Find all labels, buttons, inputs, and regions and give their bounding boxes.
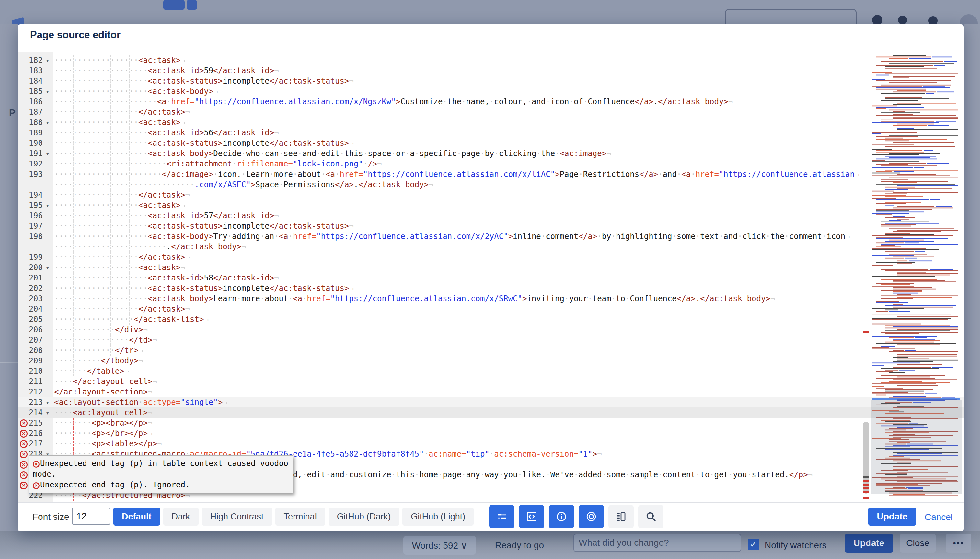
version-comment-input[interactable] — [573, 534, 741, 552]
line-number: 195 — [24, 200, 43, 210]
code-line-text: ························.</ac:task-body>… — [54, 241, 246, 252]
fold-arrow-icon[interactable]: ▾ — [46, 397, 53, 407]
search-button[interactable] — [638, 505, 664, 528]
code-line[interactable]: 186······················<a·href="https:… — [18, 96, 964, 107]
code-line[interactable]: 194··················</ac:task>¬ — [18, 190, 964, 200]
preview-button[interactable] — [579, 505, 604, 528]
indent-guides-button[interactable] — [489, 505, 515, 528]
more-options-button[interactable]: ••• — [946, 534, 971, 552]
code-line-text: ····················<ac:task-body>Learn·… — [54, 293, 775, 304]
editor-bottom-toolbar: Words: 592 ∨ Ready to go ✓ Notify watche… — [0, 531, 980, 559]
code-line[interactable]: ×215········<p><bra></p>¬ — [18, 418, 964, 428]
preview-icon — [586, 511, 597, 522]
fold-arrow-icon[interactable]: ▾ — [46, 200, 53, 210]
code-line[interactable]: 201····················<ac:task-id>58</a… — [18, 273, 964, 283]
code-line[interactable]: 208·············</tr>¬ — [18, 345, 964, 356]
fold-arrow-icon[interactable]: ▾ — [46, 117, 53, 127]
fold-arrow-icon[interactable]: ▾ — [46, 55, 53, 65]
word-count-dropdown[interactable]: Words: 592 ∨ — [403, 536, 476, 555]
page-close-button[interactable]: Close — [900, 534, 935, 552]
code-line[interactable]: ························.</ac:task-body>… — [18, 241, 964, 252]
code-line[interactable]: 184····················<ac:task-status>i… — [18, 76, 964, 86]
theme-button-github-dark[interactable]: GitHub (Dark) — [328, 508, 399, 526]
dimmed-dropdown-button — [187, 0, 197, 10]
minimap-toggle-icon — [616, 511, 627, 522]
theme-button-terminal[interactable]: Terminal — [275, 508, 325, 526]
dimmed-page-left: P — [0, 24, 18, 559]
code-line[interactable]: 203····················<ac:task-body>Lea… — [18, 293, 964, 304]
code-line[interactable]: ······························.com/x/ASE… — [18, 179, 964, 190]
minimap-viewport[interactable] — [871, 400, 962, 494]
line-number: 186 — [24, 96, 43, 107]
code-line[interactable]: 193·······················</ac:image>·ic… — [18, 169, 964, 179]
code-line[interactable]: 202····················<ac:task-status>i… — [18, 283, 964, 293]
code-line-text: ········<p></br></p>¬ — [54, 428, 152, 438]
theme-button-default[interactable]: Default — [113, 508, 160, 526]
code-line[interactable]: 189····················<ac:task-id>56</a… — [18, 127, 964, 138]
info-button[interactable] — [549, 505, 574, 528]
source-code-editor[interactable]: 182▾··················<ac:task>¬183·····… — [18, 52, 964, 503]
code-line[interactable]: 213▾<ac:layout-section·ac:type="single">… — [18, 397, 964, 407]
code-line-text: ··········</tbody>¬ — [54, 356, 143, 366]
line-number: 216 — [24, 428, 43, 438]
code-line[interactable]: 205·················</ac:task-list>¬ — [18, 314, 964, 324]
theme-button-github-light[interactable]: GitHub (Light) — [402, 508, 473, 526]
editor-scrollbar[interactable] — [863, 422, 869, 494]
code-line-text: ····················<ac:task-id>56</ac:t… — [54, 127, 279, 138]
code-line-text: ·············</tr>¬ — [54, 345, 143, 356]
line-number: 192 — [24, 159, 43, 169]
bell-icon — [898, 15, 907, 25]
fold-arrow-icon[interactable]: ▾ — [46, 86, 53, 96]
code-line[interactable]: 199··················</ac:task>¬ — [18, 252, 964, 262]
code-line[interactable]: 190····················<ac:task-status>i… — [18, 138, 964, 148]
dialog-footer: Font size DefaultDarkHigh ContrastTermin… — [18, 502, 964, 531]
source-cancel-button[interactable]: Cancel — [923, 512, 955, 523]
code-line[interactable]: 197····················<ac:task-status>i… — [18, 221, 964, 231]
theme-button-high-contrast[interactable]: High Contrast — [202, 508, 272, 526]
page-update-button[interactable]: Update — [845, 534, 893, 552]
code-line[interactable]: 182▾··················<ac:task>¬ — [18, 55, 964, 65]
code-line[interactable]: 188▾··················<ac:task>¬ — [18, 117, 964, 127]
theme-button-dark[interactable]: Dark — [163, 508, 199, 526]
line-number: 193 — [24, 169, 43, 179]
info-icon — [556, 511, 567, 522]
code-line[interactable]: 209··········</tbody>¬ — [18, 356, 964, 366]
line-number: 200 — [24, 262, 43, 273]
code-line[interactable]: 204··················</ac:task>¬ — [18, 304, 964, 314]
code-line[interactable]: 207················</td>¬ — [18, 335, 964, 345]
code-line[interactable]: 195▾··················<ac:task>¬ — [18, 200, 964, 210]
code-line[interactable]: 212</ac:layout-section>¬ — [18, 387, 964, 397]
code-line-text: ·······</table>¬ — [54, 366, 129, 376]
code-line[interactable]: 211····</ac:layout-cell>¬ — [18, 376, 964, 387]
code-line[interactable]: 183····················<ac:task-id>59</a… — [18, 65, 964, 76]
code-line-text: ··················</ac:task>¬ — [54, 252, 190, 262]
font-size-input[interactable] — [72, 508, 110, 525]
code-line[interactable]: 200▾··················<ac:task>¬ — [18, 262, 964, 273]
code-line[interactable]: 214▾····<ac:layout-cell>¬ — [18, 407, 964, 418]
code-line[interactable]: 210·······</table>¬ — [18, 366, 964, 376]
line-number: 190 — [24, 138, 43, 148]
line-number: 203 — [24, 293, 43, 304]
code-line[interactable]: ×216········<p></br></p>¬ — [18, 428, 964, 438]
code-line-text: ··················<ac:task>¬ — [54, 117, 185, 127]
notify-watchers-checkbox[interactable]: ✓ — [748, 539, 759, 550]
chevron-down-icon: ∨ — [461, 541, 467, 551]
code-line[interactable]: 185▾····················<ac:task-body>¬ — [18, 86, 964, 96]
fold-arrow-icon[interactable]: ▾ — [46, 262, 53, 273]
code-view-button[interactable] — [519, 505, 544, 528]
code-line[interactable]: 206·············</div>¬ — [18, 324, 964, 335]
code-line[interactable]: 196····················<ac:task-id>57</a… — [18, 210, 964, 221]
code-line[interactable]: ×217········<p><table></p>¬ — [18, 438, 964, 449]
line-number: 198 — [24, 231, 43, 241]
code-line[interactable]: 192························<ri:attachmen… — [18, 159, 964, 169]
fold-arrow-icon[interactable]: ▾ — [46, 148, 53, 159]
fold-arrow-icon[interactable]: ▾ — [46, 407, 53, 418]
code-line[interactable]: 187··················</ac:task>¬ — [18, 107, 964, 117]
source-update-button[interactable]: Update — [868, 508, 916, 526]
code-line-text: ········<p><table></p>¬ — [54, 438, 162, 449]
minimap-toggle-button[interactable] — [608, 505, 634, 528]
code-line[interactable]: 198····················<ac:task-body>Try… — [18, 231, 964, 241]
line-number: 215 — [24, 418, 43, 428]
code-line[interactable]: 191▾····················<ac:task-body>De… — [18, 148, 964, 159]
line-number: 202 — [24, 283, 43, 293]
